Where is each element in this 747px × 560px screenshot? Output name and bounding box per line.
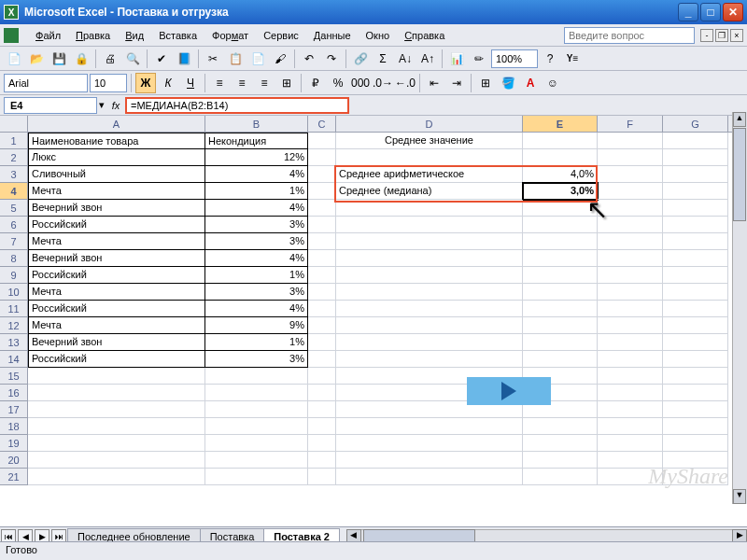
cell-A19[interactable] xyxy=(28,435,205,452)
cell-E21[interactable] xyxy=(523,469,598,485)
row-header[interactable]: 10 xyxy=(0,284,28,301)
cell-F10[interactable] xyxy=(598,284,663,301)
cell-C11[interactable] xyxy=(308,301,336,317)
row-header[interactable]: 15 xyxy=(0,368,28,385)
scroll-right-button[interactable]: ▶ xyxy=(732,529,747,542)
cell-B11[interactable]: 4% xyxy=(205,301,308,317)
sort-asc-icon[interactable]: A↓ xyxy=(395,49,416,69)
cell-C18[interactable] xyxy=(308,418,336,435)
row-header[interactable]: 9 xyxy=(0,267,28,284)
cell-G9[interactable] xyxy=(663,267,728,284)
cell-G3[interactable] xyxy=(663,166,728,183)
cell-D11[interactable] xyxy=(336,301,523,317)
cell-E6[interactable] xyxy=(523,217,598,233)
cell-E13[interactable] xyxy=(523,334,598,351)
cell-C4[interactable] xyxy=(308,183,336,200)
scroll-down-button[interactable]: ▼ xyxy=(733,489,746,504)
row-header[interactable]: 13 xyxy=(0,334,28,351)
spell-icon[interactable]: ✔ xyxy=(151,49,172,69)
row-header[interactable]: 2 xyxy=(0,149,28,166)
cell-A6[interactable]: Российский xyxy=(28,217,205,233)
cell-B19[interactable] xyxy=(205,435,308,452)
cell-B1[interactable]: Некондиция xyxy=(205,133,308,149)
cell-B16[interactable] xyxy=(205,385,308,401)
row-header[interactable]: 16 xyxy=(0,385,28,401)
hyperlink-icon[interactable]: 🔗 xyxy=(350,49,371,69)
cell-A8[interactable]: Вечерний звон xyxy=(28,250,205,267)
row-header[interactable]: 1 xyxy=(0,133,28,149)
cell-B7[interactable]: 3% xyxy=(205,233,308,250)
cell-D1[interactable]: Среднее значение xyxy=(336,133,523,149)
cell-C2[interactable] xyxy=(308,149,336,166)
cell-C9[interactable] xyxy=(308,267,336,284)
percent-icon[interactable]: % xyxy=(328,73,348,93)
cell-F7[interactable] xyxy=(598,233,663,250)
play-shape[interactable] xyxy=(467,377,551,405)
cell-G1[interactable] xyxy=(663,133,728,149)
cell-C7[interactable] xyxy=(308,233,336,250)
help-icon[interactable]: ? xyxy=(540,49,560,69)
col-header-a[interactable]: A xyxy=(28,116,205,132)
cell-F15[interactable] xyxy=(598,368,663,385)
yandex-icon[interactable]: Y≡ xyxy=(562,49,583,69)
cell-D10[interactable] xyxy=(336,284,523,301)
menu-file[interactable]: Файл xyxy=(28,27,68,44)
help-search-input[interactable] xyxy=(564,27,695,44)
format-painter-icon[interactable]: 🖌 xyxy=(270,49,290,69)
cell-F13[interactable] xyxy=(598,334,663,351)
row-header[interactable]: 18 xyxy=(0,418,28,435)
cell-E2[interactable] xyxy=(523,149,598,166)
cell-D9[interactable] xyxy=(336,267,523,284)
cell-A15[interactable] xyxy=(28,368,205,385)
cell-E14[interactable] xyxy=(523,351,598,368)
cell-G2[interactable] xyxy=(663,149,728,166)
scroll-up-button[interactable]: ▲ xyxy=(733,112,746,127)
cell-A4[interactable]: Мечта xyxy=(28,183,205,200)
cell-E18[interactable] xyxy=(523,418,598,435)
cell-F17[interactable] xyxy=(598,401,663,418)
dec-decimal-icon[interactable]: ←.0 xyxy=(395,73,416,93)
font-color-icon[interactable]: A xyxy=(520,73,541,93)
copy-icon[interactable]: 📋 xyxy=(225,49,246,69)
row-header[interactable]: 14 xyxy=(0,351,28,368)
font-select[interactable] xyxy=(4,74,88,92)
cell-B21[interactable] xyxy=(205,469,308,485)
col-header-g[interactable]: G xyxy=(663,116,728,132)
cell-A12[interactable]: Мечта xyxy=(28,317,205,334)
inc-indent-icon[interactable]: ⇥ xyxy=(446,73,467,93)
cell-B4[interactable]: 1% xyxy=(205,183,308,200)
cell-C20[interactable] xyxy=(308,452,336,469)
open-icon[interactable]: 📂 xyxy=(26,49,47,69)
cell-D14[interactable] xyxy=(336,351,523,368)
fill-color-icon[interactable]: 🪣 xyxy=(498,73,518,93)
row-header[interactable]: 3 xyxy=(0,166,28,183)
cell-G6[interactable] xyxy=(663,217,728,233)
cell-E20[interactable] xyxy=(523,452,598,469)
cell-E1[interactable] xyxy=(523,133,598,149)
cell-A1[interactable]: Наименование товара xyxy=(28,133,205,149)
cell-F3[interactable] xyxy=(598,166,663,183)
cell-A18[interactable] xyxy=(28,418,205,435)
redo-icon[interactable]: ↷ xyxy=(321,49,342,69)
cell-C8[interactable] xyxy=(308,250,336,267)
cell-D3[interactable]: Среднее арифметическое xyxy=(336,166,523,183)
preview-icon[interactable]: 🔍 xyxy=(122,49,143,69)
cell-F12[interactable] xyxy=(598,317,663,334)
cell-C14[interactable] xyxy=(308,351,336,368)
cell-E10[interactable] xyxy=(523,284,598,301)
scroll-left-button[interactable]: ◀ xyxy=(346,529,361,542)
cell-D7[interactable] xyxy=(336,233,523,250)
col-header-c[interactable]: C xyxy=(308,116,336,132)
cell-E11[interactable] xyxy=(523,301,598,317)
align-left-icon[interactable]: ≡ xyxy=(209,73,230,93)
cell-A14[interactable]: Российский xyxy=(28,351,205,368)
col-header-d[interactable]: D xyxy=(336,116,523,132)
menu-tools[interactable]: Сервис xyxy=(256,27,306,44)
cell-B17[interactable] xyxy=(205,401,308,418)
cell-A5[interactable]: Вечерний звон xyxy=(28,200,205,217)
cell-C6[interactable] xyxy=(308,217,336,233)
cell-C19[interactable] xyxy=(308,435,336,452)
menu-view[interactable]: Вид xyxy=(118,27,151,44)
cell-C13[interactable] xyxy=(308,334,336,351)
cell-G11[interactable] xyxy=(663,301,728,317)
